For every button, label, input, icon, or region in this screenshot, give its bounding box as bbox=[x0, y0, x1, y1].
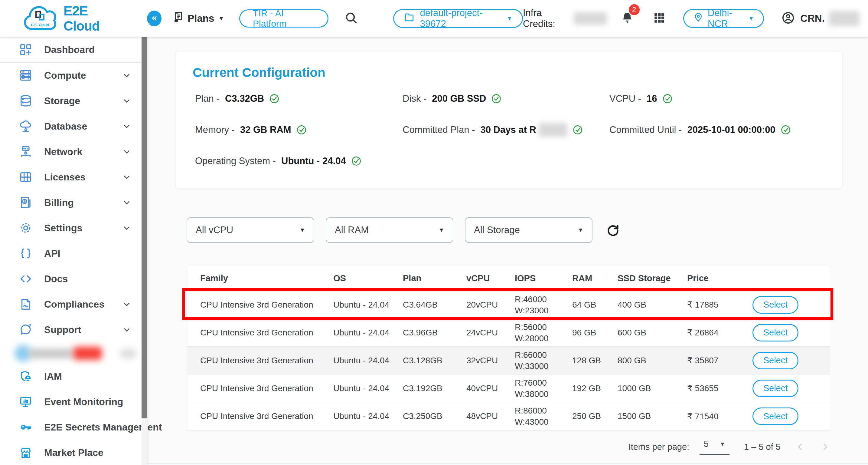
project-selector[interactable]: default-project-39672 ▼ bbox=[393, 9, 523, 28]
config-field-label: Committed Until - bbox=[610, 124, 682, 135]
sidebar-item-compliances[interactable]: Compliances bbox=[0, 292, 147, 317]
user-avatar-icon[interactable] bbox=[781, 10, 796, 26]
cell-plan: C3.128GB bbox=[403, 356, 466, 366]
chevron-down-icon bbox=[122, 300, 131, 309]
check-circle-icon bbox=[269, 93, 280, 104]
select-button[interactable]: Select bbox=[752, 407, 799, 425]
storefront-icon bbox=[18, 445, 33, 460]
sidebar-item-settings[interactable]: Settings bbox=[0, 215, 147, 241]
chevron-down-icon: ▼ bbox=[218, 15, 224, 22]
column-header-family: Family bbox=[187, 273, 333, 283]
sidebar-item-dashboard[interactable]: Dashboard bbox=[0, 37, 147, 62]
chevron-down-icon bbox=[122, 147, 131, 156]
cell-action: Select bbox=[751, 380, 830, 397]
sidebar-item-licenses[interactable]: Licenses bbox=[0, 164, 147, 190]
sidebar-collapse-button[interactable]: « bbox=[147, 10, 161, 26]
select-button[interactable]: Select bbox=[752, 324, 799, 342]
current-configuration-card: Current Configuration Plan - C3.32GB Dis… bbox=[176, 52, 842, 188]
page-size-select[interactable]: 5 ▼ bbox=[700, 439, 730, 455]
infra-credits-label: Infra Credits: bbox=[523, 7, 569, 29]
svg-text:?: ? bbox=[28, 323, 31, 328]
sidebar-item-compute[interactable]: Compute bbox=[0, 63, 147, 88]
sidebar-item-event-monitoring[interactable]: Event Monitoring bbox=[0, 389, 147, 414]
chevron-down-icon bbox=[122, 71, 131, 80]
select-button[interactable]: Select bbox=[752, 352, 799, 369]
config-field-label: Disk - bbox=[403, 93, 427, 104]
dashboard-icon bbox=[18, 42, 33, 57]
sidebar-item-support[interactable]: ? Support bbox=[0, 317, 147, 342]
cell-family: CPU Intensive 3rd Generation bbox=[187, 383, 333, 393]
gear-icon bbox=[18, 221, 33, 235]
sidebar-item-label: Settings bbox=[44, 223, 82, 234]
sidebar-item-label: Event Monitoring bbox=[44, 396, 123, 407]
config-field: Memory - 32 GB RAM bbox=[195, 123, 403, 137]
search-icon[interactable] bbox=[344, 11, 358, 26]
iops-read: R:66000 bbox=[515, 349, 572, 360]
filter-dropdown[interactable]: All Storage ▼ bbox=[465, 217, 592, 243]
cell-price: ₹ 17885 bbox=[687, 300, 751, 310]
sidebar-item-label: Docs bbox=[44, 273, 68, 285]
config-field: Committed Plan - 30 Days at R bbox=[403, 123, 610, 137]
sidebar-scrollbar-thumb[interactable] bbox=[142, 37, 147, 418]
sidebar-item-api[interactable]: API bbox=[0, 241, 147, 266]
sidebar-item-label: IAM bbox=[44, 371, 62, 382]
monitor-icon bbox=[18, 394, 33, 409]
cell-family: CPU Intensive 3rd Generation bbox=[187, 356, 333, 366]
sidebar-item-marketplace[interactable]: Market Place bbox=[0, 440, 147, 465]
cell-price: ₹ 71540 bbox=[687, 411, 751, 422]
next-page-icon[interactable] bbox=[820, 442, 830, 452]
folder-icon bbox=[404, 12, 415, 25]
filter-dropdown[interactable]: All RAM ▼ bbox=[326, 217, 453, 243]
sidebar-item-database[interactable]: Database bbox=[0, 114, 147, 139]
filter-dropdown[interactable]: All vCPU ▼ bbox=[187, 217, 314, 243]
cell-plan: C3.96GB bbox=[403, 328, 466, 338]
sidebar-item-label: Compliances bbox=[44, 299, 104, 310]
redacted-value bbox=[539, 123, 567, 137]
sidebar-item-label: Storage bbox=[44, 95, 80, 107]
sidebar-item-storage[interactable]: Storage bbox=[0, 88, 147, 114]
chevron-down-icon bbox=[122, 198, 131, 207]
sidebar-item-label: Dashboard bbox=[44, 44, 95, 55]
cell-iops: R:46000 W:23000 bbox=[515, 294, 572, 316]
cell-action: Select bbox=[751, 407, 830, 425]
region-selector[interactable]: Delhi-NCR ▼ bbox=[683, 9, 764, 28]
table-row: CPU Intensive 3rd Generation Ubuntu - 24… bbox=[187, 291, 830, 319]
plans-menu[interactable]: Plans ▼ bbox=[172, 10, 224, 26]
iops-write: W:28000 bbox=[515, 333, 572, 344]
filter-dropdown-label: All RAM bbox=[335, 225, 369, 235]
tir-ai-platform-button[interactable]: TIR - AI Platform bbox=[239, 9, 328, 28]
e2e-cloud-logo[interactable]: E2E Cloud E2E Cloud bbox=[24, 3, 119, 34]
sidebar-item-billing[interactable]: $ Billing bbox=[0, 190, 147, 215]
redacted-badge bbox=[73, 347, 102, 360]
sidebar-item-label: Licenses bbox=[44, 172, 86, 183]
select-button[interactable]: Select bbox=[752, 380, 799, 397]
sidebar-item-iam[interactable]: IAM bbox=[0, 364, 147, 389]
previous-page-icon[interactable] bbox=[795, 442, 805, 452]
notifications-bell[interactable]: 2 bbox=[620, 11, 634, 26]
check-circle-icon bbox=[572, 124, 583, 135]
refresh-icon[interactable] bbox=[606, 223, 620, 237]
sidebar-item-label: Compute bbox=[44, 70, 86, 81]
sidebar-item-secrets[interactable]: E2E Secrets Management bbox=[0, 414, 147, 440]
column-header-ssd: SSD Storage bbox=[618, 273, 687, 283]
region-name: Delhi-NCR bbox=[708, 7, 743, 29]
sidebar-item-docs[interactable]: Docs bbox=[0, 266, 147, 292]
apps-grid-icon[interactable] bbox=[653, 11, 666, 25]
items-per-page-label: Items per page: bbox=[628, 442, 689, 452]
cell-os: Ubuntu - 24.04 bbox=[333, 383, 403, 393]
cell-vcpu: 24vCPU bbox=[466, 328, 515, 338]
table-row: CPU Intensive 3rd Generation Ubuntu - 24… bbox=[187, 347, 830, 375]
database-icon bbox=[18, 119, 33, 134]
infra-credits-value-redacted bbox=[574, 12, 607, 25]
column-header-price: Price bbox=[687, 273, 751, 283]
cell-plan: C3.64GB bbox=[403, 300, 466, 310]
cell-os: Ubuntu - 24.04 bbox=[333, 300, 403, 310]
cell-price: ₹ 26864 bbox=[687, 327, 751, 338]
pagination-range: 1 – 5 of 5 bbox=[744, 442, 781, 452]
sidebar-item-network[interactable]: Network bbox=[0, 139, 147, 164]
sidebar-item-redacted[interactable] bbox=[0, 342, 147, 364]
table-row: CPU Intensive 3rd Generation Ubuntu - 24… bbox=[187, 319, 830, 347]
storage-icon bbox=[18, 93, 33, 108]
select-button[interactable]: Select bbox=[752, 296, 799, 314]
chevron-down-icon bbox=[122, 325, 131, 334]
